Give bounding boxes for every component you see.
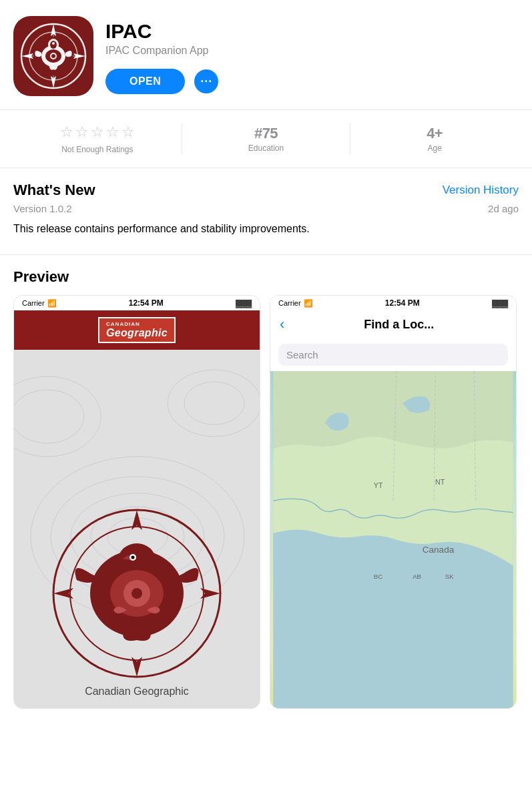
carrier-label-2: Carrier	[278, 299, 301, 307]
status-left-2: Carrier 📶	[278, 299, 313, 308]
version-number: Version 1.0.2	[13, 203, 72, 214]
svg-text:YT: YT	[374, 481, 383, 489]
cg-logo-top: CANADIAN	[106, 321, 168, 327]
svg-text:NT: NT	[435, 478, 445, 486]
phone-screen-2: Carrier 📶 12:54 PM ▓▓▓ ‹ Find a Loc... S…	[270, 296, 516, 708]
wifi-icon-1: 📶	[47, 299, 57, 308]
age-label: Age	[428, 144, 442, 153]
star-5: ☆	[121, 123, 135, 141]
status-bar-2: Carrier 📶 12:54 PM ▓▓▓	[270, 296, 516, 310]
time-1: 12:54 PM	[129, 298, 164, 308]
app-title: IPAC	[105, 20, 519, 42]
svg-text:SK: SK	[445, 573, 454, 580]
back-arrow-icon[interactable]: ‹	[280, 316, 284, 333]
status-right-1: ▓▓▓	[236, 299, 252, 307]
status-left-1: Carrier 📶	[22, 299, 57, 308]
star-rating: ☆ ☆ ☆ ☆ ☆	[60, 123, 135, 141]
phone-content-1: Canadian Geographic	[14, 350, 260, 708]
app-actions: OPEN ···	[105, 69, 519, 94]
svg-text:AB: AB	[413, 573, 421, 580]
phone-screen-1: Carrier 📶 12:54 PM ▓▓▓ CANADIAN Geograph…	[14, 296, 260, 708]
star-2: ☆	[75, 123, 89, 141]
app-subtitle: IPAC Companion App	[105, 45, 519, 57]
map-area: YT NT Canada BC AB SK	[270, 371, 516, 708]
open-button[interactable]: OPEN	[105, 69, 185, 94]
phone-bottom-label-1: Canadian Geographic	[85, 686, 189, 698]
rank-label: Education	[248, 144, 284, 153]
search-bar-2[interactable]: Search	[278, 344, 508, 366]
app-icon-wrapper	[13, 16, 93, 96]
time-2: 12:54 PM	[385, 298, 420, 308]
ellipsis-icon: ···	[200, 75, 212, 89]
more-options-button[interactable]: ···	[194, 69, 218, 93]
status-bar-1: Carrier 📶 12:54 PM ▓▓▓	[14, 296, 260, 310]
age-value: 4+	[427, 125, 443, 142]
search-placeholder: Search	[286, 349, 318, 360]
star-3: ☆	[91, 123, 104, 141]
find-loc-title: Find a Loc...	[291, 318, 507, 332]
ratings-stat: ☆ ☆ ☆ ☆ ☆ Not Enough Ratings	[13, 121, 182, 157]
svg-text:Canada: Canada	[423, 545, 455, 555]
screenshot-2: Carrier 📶 12:54 PM ▓▓▓ ‹ Find a Loc... S…	[270, 295, 517, 709]
nav-bar-1: CANADIAN Geographic	[14, 310, 260, 350]
app-header: IPAC IPAC Companion App OPEN ···	[0, 0, 532, 109]
stats-section: ☆ ☆ ☆ ☆ ☆ Not Enough Ratings #75 Educati…	[0, 109, 532, 168]
ipac-logo-large	[50, 507, 224, 680]
star-4: ☆	[106, 123, 119, 141]
version-age: 2d ago	[488, 203, 519, 214]
find-loc-nav: ‹ Find a Loc...	[270, 310, 516, 338]
whats-new-header: What's New Version History	[13, 182, 519, 199]
ratings-label: Not Enough Ratings	[61, 145, 133, 154]
svg-point-37	[131, 588, 142, 599]
status-right-2: ▓▓▓	[492, 299, 508, 307]
battery-icon-1: ▓▓▓	[236, 299, 252, 307]
preview-screenshots: Carrier 📶 12:54 PM ▓▓▓ CANADIAN Geograph…	[13, 295, 519, 709]
wifi-icon-2: 📶	[304, 299, 313, 308]
preview-section: Preview Carrier 📶 12:54 PM ▓▓▓	[0, 255, 532, 709]
cg-logo-main: Geographic	[106, 327, 168, 339]
whats-new-title: What's New	[13, 182, 95, 199]
star-1: ☆	[60, 123, 73, 141]
app-icon	[13, 16, 93, 96]
svg-point-39	[131, 556, 135, 559]
carrier-label-1: Carrier	[22, 299, 45, 307]
preview-title: Preview	[13, 268, 519, 286]
rank-stat: #75 Education	[182, 121, 350, 157]
svg-point-10	[52, 42, 55, 45]
svg-point-12	[51, 54, 55, 58]
cg-logo: CANADIAN Geographic	[98, 317, 176, 343]
rank-value: #75	[254, 125, 278, 142]
app-info: IPAC IPAC Companion App OPEN ···	[105, 16, 519, 94]
svg-text:BC: BC	[374, 573, 382, 580]
version-info-row: Version 1.0.2 2d ago	[13, 203, 519, 214]
age-stat: 4+ Age	[350, 121, 519, 157]
release-notes: This release contains performance and st…	[13, 221, 519, 248]
whats-new-section: What's New Version History Version 1.0.2…	[0, 168, 532, 255]
version-history-link[interactable]: Version History	[443, 184, 519, 197]
battery-icon-2: ▓▓▓	[492, 299, 508, 307]
screenshot-1: Carrier 📶 12:54 PM ▓▓▓ CANADIAN Geograph…	[13, 295, 260, 709]
